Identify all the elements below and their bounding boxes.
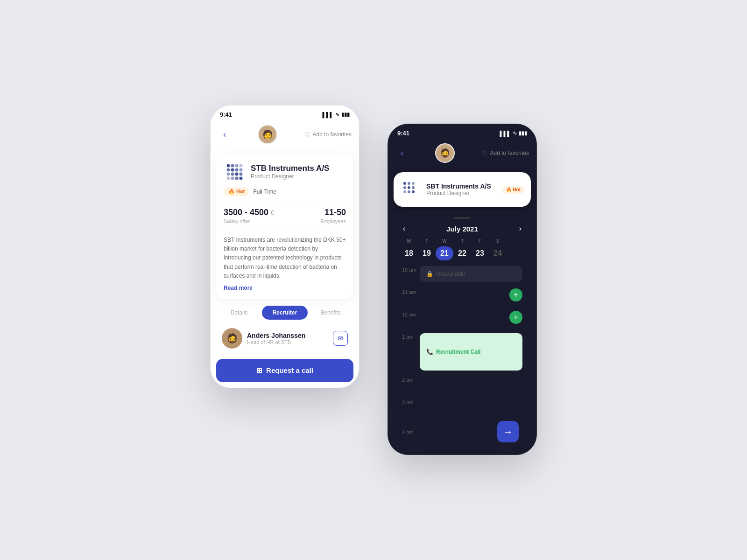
- svg-point-9: [231, 173, 234, 176]
- tab-recruiter[interactable]: Recruiter: [262, 306, 308, 320]
- job-card: STB Instruments A/S Product Designer 🔥 H…: [216, 154, 353, 299]
- slot-unavailable: 🔒 Unavailable: [420, 266, 522, 282]
- next-month-button[interactable]: ›: [516, 224, 524, 233]
- avatar-face: 🧑: [262, 129, 273, 140]
- svg-point-11: [240, 173, 243, 176]
- hot-badge-dark: 🔥 Hot: [502, 186, 524, 194]
- employees-label: Employees: [321, 218, 346, 224]
- company-logo: [224, 161, 245, 182]
- recruiter-row: 🧔 Anders Johanssen Head of HR at STB ✉: [216, 323, 353, 353]
- svg-point-5: [231, 168, 234, 172]
- unavailable-label: Unavailable: [436, 271, 465, 277]
- salary-info: 3500 - 4500 € Salary offer: [224, 208, 275, 224]
- svg-point-10: [235, 173, 239, 176]
- svg-point-4: [227, 168, 230, 172]
- svg-point-3: [240, 164, 243, 168]
- recruiter-title: Head of HR at STB: [247, 339, 305, 345]
- calendar-month-title: July 2021: [446, 225, 478, 233]
- phone-dark: 9:41 ▌▌▌ ∿ ▮▮▮ ‹ 🧔 ♡ Add to favorites: [388, 124, 537, 455]
- time-slot-1pm: 1 pm 📞 Recruitment Call: [402, 333, 522, 371]
- add-favorites-button-dark[interactable]: ♡ Add to favorites: [482, 149, 529, 157]
- recruitment-call-slot[interactable]: 📞 Recruitment Call: [420, 333, 522, 371]
- svg-point-20: [408, 186, 410, 189]
- heart-icon: ♡: [304, 131, 310, 138]
- recruiter-face: 🧔: [226, 333, 238, 344]
- add-slot-11am[interactable]: +: [509, 288, 522, 301]
- calendar-day-labels: M T W T F S: [400, 238, 524, 244]
- recruiter-info: 🧔 Anders Johanssen Head of HR at STB: [222, 328, 305, 349]
- svg-point-13: [231, 177, 234, 180]
- divider-2: [224, 230, 346, 230]
- wifi-icon-dark: ∿: [513, 130, 517, 136]
- calendar-header: ‹ July 2021 ›: [400, 224, 524, 233]
- cal-date-24[interactable]: 24: [489, 246, 507, 260]
- calendar-section: ‹ July 2021 › M T W T F S 18 19 21 22 23…: [394, 210, 531, 455]
- mail-button[interactable]: ✉: [333, 331, 348, 346]
- back-button[interactable]: ‹: [218, 128, 231, 141]
- svg-point-7: [240, 168, 243, 172]
- time-label-10am: 10 am: [402, 266, 420, 273]
- svg-point-15: [240, 177, 243, 180]
- company-name: STB Instruments A/S: [251, 164, 329, 173]
- company-info: STB Instruments A/S Product Designer: [251, 164, 329, 180]
- battery-icon-dark: ▮▮▮: [519, 130, 527, 136]
- add-favorites-label: Add to favorites: [313, 131, 352, 138]
- back-button-dark[interactable]: ‹: [395, 147, 409, 160]
- cal-date-22[interactable]: 22: [453, 246, 471, 260]
- heart-icon-dark: ♡: [482, 149, 488, 157]
- scene: 9:41 ▌▌▌ ∿ ▮▮▮ ‹ 🧑 ♡ Add to favorites: [173, 68, 574, 492]
- drag-handle: [454, 217, 471, 219]
- dark-job-card: SBT Instruments A/S Product Designer 🔥 H…: [394, 172, 531, 207]
- time-slot-12am: 12 am +: [402, 311, 522, 328]
- calendar-icon: ⊞: [256, 366, 262, 375]
- add-slot-12am[interactable]: +: [509, 311, 522, 324]
- phone-call-icon: 📞: [426, 349, 433, 355]
- svg-point-22: [403, 190, 406, 193]
- svg-point-14: [235, 177, 239, 180]
- cal-date-23[interactable]: 23: [471, 246, 489, 260]
- lock-icon: 🔒: [426, 271, 433, 277]
- time-slot-10am: 10 am 🔒 Unavailable: [402, 266, 522, 283]
- svg-point-1: [231, 164, 234, 168]
- cal-date-18[interactable]: 18: [400, 246, 418, 260]
- tags-row: 🔥 Hot Full-Time: [224, 187, 346, 196]
- svg-point-0: [227, 164, 230, 168]
- recruiter-avatar: 🧔: [222, 328, 242, 349]
- dark-company-logo: [400, 179, 422, 200]
- salary-value: 3500 - 4500 €: [224, 208, 275, 217]
- phone-light: 9:41 ▌▌▌ ∿ ▮▮▮ ‹ 🧑 ♡ Add to favorites: [210, 105, 359, 388]
- request-call-button[interactable]: ⊞ Request a call: [216, 359, 353, 382]
- cta-label: Request a call: [266, 366, 313, 374]
- day-label-s: S: [489, 238, 507, 244]
- svg-point-21: [412, 186, 415, 189]
- job-description: SBT Instruments are revolutionizing the …: [224, 236, 346, 280]
- wifi-icon: ∿: [335, 112, 339, 118]
- salary-label: Salary offer: [224, 218, 275, 224]
- add-favorites-button[interactable]: ♡ Add to favorites: [304, 131, 352, 138]
- status-icons-dark: ▌▌▌ ∿ ▮▮▮: [500, 130, 527, 136]
- header-bar: ‹ 🧑 ♡ Add to favorites: [211, 121, 359, 150]
- dark-company-row: SBT Instruments A/S Product Designer 🔥 H…: [400, 179, 524, 200]
- time-display: 9:41: [220, 111, 232, 118]
- employees-value: 11-50: [321, 208, 346, 217]
- slot-area-10am: 🔒 Unavailable: [420, 266, 522, 282]
- time-label-2pm: 2 pm: [402, 376, 420, 383]
- tab-benefits[interactable]: Benefits: [308, 306, 353, 320]
- cal-date-19[interactable]: 19: [418, 246, 436, 260]
- read-more-link[interactable]: Read more: [224, 285, 253, 291]
- tab-details[interactable]: Details: [216, 306, 262, 320]
- prev-month-button[interactable]: ‹: [400, 224, 408, 233]
- slot-area-4pm: →: [420, 421, 522, 442]
- battery-icon: ▮▮▮: [341, 112, 350, 118]
- company-role: Product Designer: [251, 173, 329, 180]
- time-display-dark: 9:41: [397, 130, 409, 137]
- avatar-face-dark: 🧔: [440, 148, 450, 158]
- avatar-dark: 🧔: [435, 143, 455, 163]
- svg-point-24: [412, 190, 415, 193]
- avatar: 🧑: [258, 125, 277, 144]
- forward-button[interactable]: →: [497, 421, 519, 442]
- svg-point-6: [235, 168, 239, 172]
- dark-company-info: SBT Instruments A/S Product Designer: [426, 182, 491, 196]
- day-label-w: W: [436, 238, 453, 244]
- cal-date-21[interactable]: 21: [436, 246, 453, 260]
